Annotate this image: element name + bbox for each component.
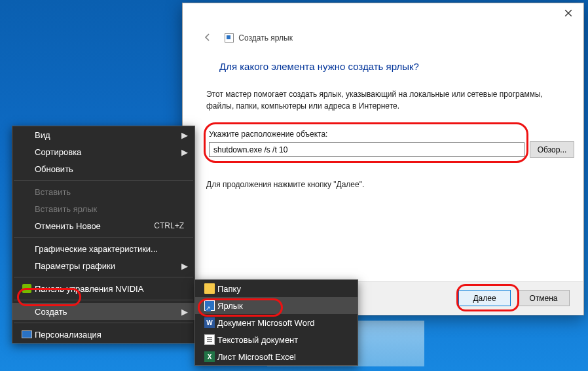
- display-icon: [22, 330, 32, 338]
- word-icon: [204, 317, 215, 328]
- ctx-personalization[interactable]: Персонализация: [12, 326, 194, 343]
- browse-button[interactable]: Обзор...: [530, 141, 574, 158]
- ctx-label: Персонализация: [35, 330, 188, 340]
- wizard-titlebar: [183, 3, 583, 24]
- ctx-separator: [14, 300, 193, 300]
- folder-icon: [204, 283, 215, 294]
- chevron-right-icon: ▶: [180, 147, 188, 157]
- sub-label: Текстовый документ: [217, 335, 351, 345]
- wizard-subtitle-text: Создать ярлык: [238, 33, 293, 43]
- wizard-heading: Для какого элемента нужно создать ярлык?: [219, 61, 419, 72]
- chevron-right-icon: ▶: [180, 130, 188, 140]
- location-label: Укажите расположение объекта:: [209, 130, 327, 139]
- excel-icon: [204, 351, 215, 362]
- ctx-separator: [14, 323, 193, 323]
- sub-folder[interactable]: Папку: [195, 280, 358, 297]
- ctx-label: Обновить: [35, 164, 188, 174]
- arrow-left-icon: [202, 32, 213, 43]
- ctx-separator: [14, 180, 193, 181]
- ctx-label: Параметры графики: [35, 261, 180, 271]
- sub-label: Документ Microsoft Word: [217, 318, 351, 328]
- sub-word-doc[interactable]: Документ Microsoft Word: [195, 314, 358, 331]
- close-button[interactable]: [553, 3, 583, 23]
- sub-text-doc[interactable]: Текстовый документ: [195, 331, 358, 348]
- wizard-description: Этот мастер помогает создать ярлык, указ…: [206, 88, 556, 112]
- wizard-subtitle: Создать ярлык: [225, 33, 293, 43]
- next-button[interactable]: Далее: [458, 290, 511, 306]
- chevron-right-icon: ▶: [180, 307, 188, 317]
- sub-label: Папку: [217, 284, 351, 294]
- nvidia-icon: [22, 284, 31, 293]
- desktop-context-menu: Вид ▶ Сортировка ▶ Обновить Вставить Вст…: [12, 126, 195, 344]
- ctx-label: Вид: [35, 130, 180, 140]
- ctx-view[interactable]: Вид ▶: [12, 126, 194, 143]
- ctx-nvidia-panel[interactable]: Панель управления NVIDIA: [12, 280, 194, 297]
- ctx-shortcut: CTRL+Z: [154, 221, 184, 230]
- ctx-label: Создать: [35, 307, 180, 317]
- ctx-graphics-params[interactable]: Параметры графики ▶: [12, 257, 194, 274]
- ctx-label: Отменить Новое: [35, 221, 154, 231]
- sub-shortcut[interactable]: Ярлык: [195, 297, 358, 314]
- sub-label: Лист Microsoft Excel: [217, 352, 351, 362]
- text-icon: [204, 334, 215, 345]
- ctx-undo-new[interactable]: Отменить Новое CTRL+Z: [12, 217, 194, 234]
- ctx-paste: Вставить: [12, 183, 194, 200]
- ctx-label: Вставить ярлык: [35, 204, 188, 214]
- ctx-label: Вставить: [35, 187, 188, 197]
- back-button[interactable]: [201, 31, 214, 44]
- sub-label: Ярлык: [217, 301, 351, 311]
- ctx-sort[interactable]: Сортировка ▶: [12, 143, 194, 160]
- ctx-separator: [14, 237, 193, 238]
- ctx-separator: [14, 277, 193, 277]
- ctx-label: Панель управления NVIDIA: [35, 284, 188, 294]
- close-icon: [564, 9, 572, 17]
- shortcut-icon: [204, 300, 215, 311]
- ctx-paste-shortcut: Вставить ярлык: [12, 200, 194, 217]
- ctx-refresh[interactable]: Обновить: [12, 160, 194, 177]
- sub-excel-sheet[interactable]: Лист Microsoft Excel: [195, 348, 358, 365]
- location-input[interactable]: [209, 142, 524, 157]
- ctx-label: Сортировка: [35, 147, 180, 157]
- continue-hint: Для продолжения нажмите кнопку "Далее".: [206, 180, 364, 189]
- ctx-create[interactable]: Создать ▶: [12, 303, 194, 320]
- cancel-button[interactable]: Отмена: [517, 290, 570, 306]
- ctx-graphics-properties[interactable]: Графические характеристики...: [12, 240, 194, 257]
- create-shortcut-wizard: Создать ярлык Для какого элемента нужно …: [182, 3, 584, 315]
- shortcut-icon: [225, 33, 234, 43]
- ctx-label: Графические характеристики...: [35, 244, 188, 254]
- chevron-right-icon: ▶: [180, 261, 188, 271]
- create-submenu: Папку Ярлык Документ Microsoft Word Текс…: [194, 279, 358, 366]
